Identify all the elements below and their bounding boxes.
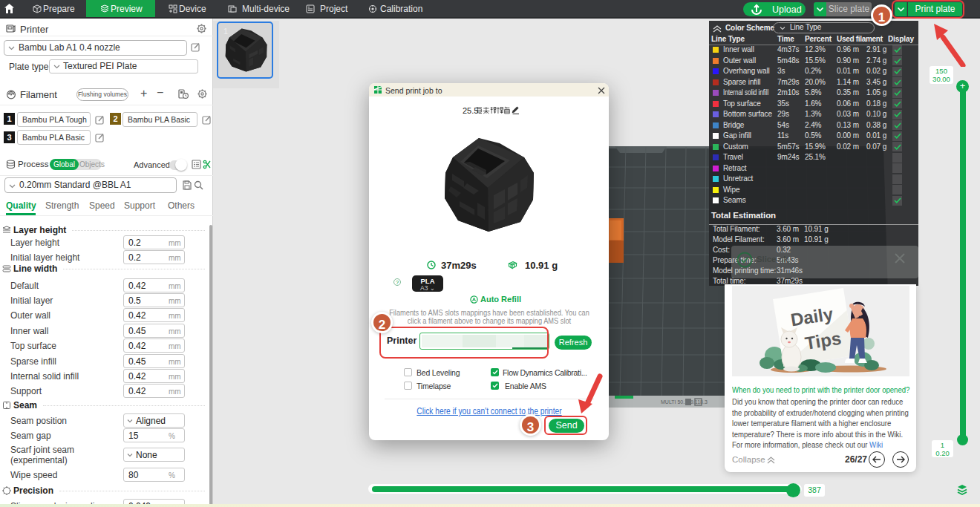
svg-text:MULTI 50.139.118.3: MULTI 50.139.118.3 (661, 399, 708, 405)
